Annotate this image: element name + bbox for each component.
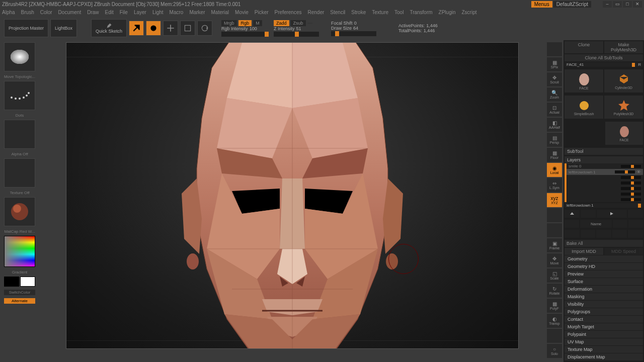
tool-thumb-cylinder[interactable]: Cylinder3D — [604, 69, 643, 93]
primary-color-swatch[interactable] — [20, 277, 35, 287]
maximize-button[interactable]: □ — [623, 1, 632, 8]
layer-intensity-slider[interactable] — [621, 176, 641, 179]
mdd-speed-button[interactable]: MDD Speed — [604, 248, 643, 255]
subpanel-preview[interactable]: Preview — [565, 270, 643, 278]
layer-up-button[interactable] — [565, 210, 580, 218]
menu-document[interactable]: Document — [58, 10, 82, 15]
layer-row[interactable]: leftbrowdown 1👁 — [567, 169, 643, 175]
tool-thumb-face[interactable]: FACE — [565, 69, 603, 93]
tool-name-slider[interactable]: FACE_41 R — [565, 62, 643, 67]
shelf-actual-button[interactable]: ⊡Actual — [547, 103, 562, 117]
shelf-rotate-button[interactable]: ↻Rotate — [547, 284, 562, 298]
menu-render[interactable]: Render — [308, 10, 325, 15]
layer-row[interactable] — [567, 186, 643, 192]
subpanel-geometry-hd[interactable]: Geometry HD — [565, 263, 643, 270]
import-mdd-button[interactable]: Import MDD — [565, 248, 603, 255]
shelf-spix-button[interactable]: ▦SPix — [547, 57, 562, 71]
subpanel-surface[interactable]: Surface — [565, 278, 643, 285]
layer-btn-b[interactable] — [581, 230, 596, 238]
switchcolor-button[interactable]: SwitchColor — [4, 290, 35, 295]
menu-file[interactable]: File — [120, 10, 128, 15]
viewport-canvas[interactable] — [66, 42, 519, 349]
layer-intensity-slider[interactable] — [621, 198, 641, 201]
default-zscript-button[interactable]: DefaultZScript — [553, 1, 591, 8]
menu-tool[interactable]: Tool — [394, 10, 404, 15]
menu-edit[interactable]: Edit — [105, 10, 114, 15]
m-toggle[interactable]: M — [253, 20, 262, 26]
layer-down-button[interactable] — [581, 210, 596, 218]
layer-row[interactable] — [567, 191, 643, 197]
layer-intensity-slider[interactable] — [615, 170, 635, 173]
quick-sketch-button[interactable]: Quick Sketch — [91, 19, 127, 37]
alpha-slot[interactable] — [4, 120, 35, 149]
minimize-button[interactable]: – — [603, 1, 612, 8]
close-button[interactable]: ✕ — [633, 1, 642, 8]
tool-thumb-simplebrush[interactable]: SimpleBrush — [565, 96, 603, 119]
shelf-scale-button[interactable]: ◱Scale — [547, 268, 562, 283]
menu-preferences[interactable]: Preferences — [275, 10, 302, 15]
shelf-floor-button[interactable]: ▦Floor — [547, 148, 562, 162]
zcut-toggle[interactable] — [307, 23, 312, 24]
brush-slot[interactable] — [4, 42, 35, 71]
layer-intensity-slider[interactable] — [621, 193, 641, 196]
shelf-move-button[interactable]: ✥Move — [547, 253, 562, 267]
shelf-l.sym-button[interactable]: ⇔L.Sym — [547, 178, 562, 192]
layer-row[interactable] — [567, 175, 643, 180]
menu-movie[interactable]: Movie — [235, 10, 249, 15]
alternate-button[interactable]: Alternate — [4, 298, 35, 304]
menu-texture[interactable]: Texture — [372, 10, 388, 15]
shelf-blank-button[interactable] — [547, 329, 562, 343]
rgb-toggle[interactable]: Rgb — [238, 20, 252, 26]
menu-zscript[interactable]: Zscript — [462, 10, 477, 15]
texture-slot[interactable] — [4, 158, 35, 188]
lightbox-button[interactable]: LightBox — [50, 19, 77, 37]
clone-button[interactable]: Clone — [565, 41, 603, 53]
menu-zplugin[interactable]: ZPlugin — [439, 10, 456, 15]
dock-button[interactable]: ▭ — [613, 1, 622, 8]
draw-mode-button[interactable] — [146, 21, 161, 36]
subpanel-displacement-map[interactable]: Displacement Map — [565, 353, 643, 360]
edit-mode-button[interactable] — [129, 21, 144, 36]
layer-del-button[interactable] — [628, 220, 643, 228]
move-mode-button[interactable] — [163, 21, 178, 36]
subpanel-polygroups[interactable]: Polygroups — [565, 308, 643, 315]
tool-thumb-polymesh[interactable]: PolyMesh3D — [604, 96, 643, 119]
menu-marker[interactable]: Marker — [189, 10, 205, 15]
shelf-aahalf-button[interactable]: ◧AAHalf — [547, 118, 562, 132]
layer-row[interactable]: smile 0 — [567, 163, 643, 169]
current-layer-slider[interactable]: leftbrowdown 1 — [565, 203, 643, 208]
eye-icon[interactable]: 👁 — [636, 169, 641, 174]
color-picker[interactable] — [4, 236, 35, 267]
menus-button[interactable]: Menus — [531, 1, 552, 8]
subpanel-polypaint[interactable]: Polypaint — [565, 331, 643, 338]
menu-stencil[interactable]: Stencil — [330, 10, 345, 15]
make-polymesh-button[interactable]: Make PolyMesh3D — [604, 41, 643, 53]
layer-btn-e[interactable] — [628, 230, 643, 238]
menu-macro[interactable]: Macro — [170, 10, 184, 15]
shelf-blank-button[interactable] — [547, 223, 562, 237]
subtool-header[interactable]: SubTool — [565, 148, 643, 155]
layer-btn-c[interactable] — [596, 230, 611, 238]
menu-brush[interactable]: Brush — [21, 10, 34, 15]
shelf-zoom-button[interactable]: 🔍Zoom — [547, 87, 562, 102]
menu-picker[interactable]: Picker — [255, 10, 269, 15]
layer-dup-button[interactable] — [613, 220, 627, 228]
zadd-toggle[interactable]: Zadd — [274, 20, 289, 26]
shelf-persp-button[interactable]: ▤Persp — [547, 133, 562, 147]
shelf-blank-button[interactable] — [547, 42, 562, 56]
bake-all-button[interactable]: Bake All — [565, 240, 643, 247]
menu-alpha[interactable]: Alpha — [2, 10, 15, 15]
z-intensity-slider[interactable] — [274, 32, 319, 37]
projection-master-button[interactable]: Projection Master — [4, 19, 48, 37]
material-slot[interactable] — [4, 197, 35, 226]
menu-light[interactable]: Light — [152, 10, 164, 15]
menu-material[interactable]: Material — [211, 10, 229, 15]
gradient-label[interactable]: Gradient — [12, 270, 28, 275]
shelf-scroll-button[interactable]: ✥Scroll — [547, 72, 562, 86]
layer-new-button[interactable] — [565, 220, 579, 228]
layer-rec-button[interactable] — [628, 210, 643, 218]
layer-play-button[interactable] — [597, 210, 627, 218]
mrgb-toggle[interactable]: Mrgb — [221, 20, 237, 26]
layer-intensity-slider[interactable] — [621, 165, 641, 168]
shelf-xyz-button[interactable]: xyzXYZ — [547, 193, 562, 207]
